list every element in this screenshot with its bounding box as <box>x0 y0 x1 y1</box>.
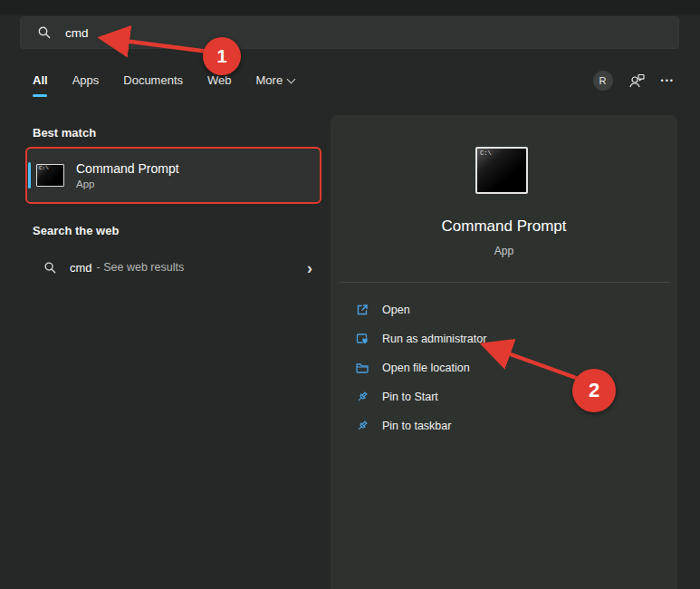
result-type: App <box>76 179 179 189</box>
web-suffix: - See web results <box>97 261 185 274</box>
tab-more[interactable]: More <box>256 72 295 89</box>
preview-panel: C:\ Command Prompt App Open Run as admin… <box>331 115 677 589</box>
chevron-right-icon: › <box>307 259 312 276</box>
divider <box>340 282 669 283</box>
tab-apps[interactable]: Apps <box>72 72 100 89</box>
window-top-edge <box>0 0 700 14</box>
search-box[interactable] <box>20 16 679 49</box>
action-open-file-location[interactable]: Open file location <box>331 353 677 382</box>
action-list: Open Run as administrator Open file loca… <box>331 295 677 440</box>
selection-indicator <box>28 162 31 188</box>
feedback-icon[interactable] <box>628 72 646 89</box>
search-input[interactable] <box>63 25 610 41</box>
search-icon <box>43 261 57 275</box>
search-filter-tabs: All Apps Documents Web More <box>33 72 294 97</box>
tab-documents[interactable]: Documents <box>123 72 183 89</box>
web-result-row[interactable]: cmd - See web results › <box>25 251 321 284</box>
pin-icon <box>355 419 369 433</box>
action-pin-to-start[interactable]: Pin to Start <box>331 382 677 411</box>
preview-app-type: App <box>331 245 677 257</box>
preview-app-name: Command Prompt <box>331 217 677 236</box>
result-title: Command Prompt <box>76 161 179 176</box>
chevron-down-icon <box>287 75 296 84</box>
search-web-heading: Search the web <box>33 224 119 237</box>
annotation-step-2: 2 <box>572 369 616 412</box>
action-open[interactable]: Open <box>331 295 677 324</box>
action-run-as-administrator[interactable]: Run as administrator <box>331 324 677 353</box>
best-match-result-command-prompt[interactable]: C:\ Command Prompt App <box>25 147 321 204</box>
command-prompt-icon: C:\ <box>36 164 64 187</box>
web-query: cmd <box>70 261 92 275</box>
open-external-icon <box>355 303 369 317</box>
header-icons: R ••• <box>593 71 675 91</box>
search-icon <box>37 25 52 40</box>
admin-shield-icon <box>355 332 369 346</box>
command-prompt-icon-large: C:\ <box>475 147 528 194</box>
pin-icon <box>355 390 369 404</box>
action-pin-to-taskbar[interactable]: Pin to taskbar <box>331 411 677 440</box>
tab-all[interactable]: All <box>33 72 48 97</box>
folder-icon <box>355 361 369 375</box>
annotation-step-1: 1 <box>203 37 241 75</box>
more-options-icon[interactable]: ••• <box>661 71 675 91</box>
user-avatar[interactable]: R <box>593 71 613 91</box>
best-match-heading: Best match <box>33 126 96 140</box>
selected-tab-underline <box>33 94 47 97</box>
